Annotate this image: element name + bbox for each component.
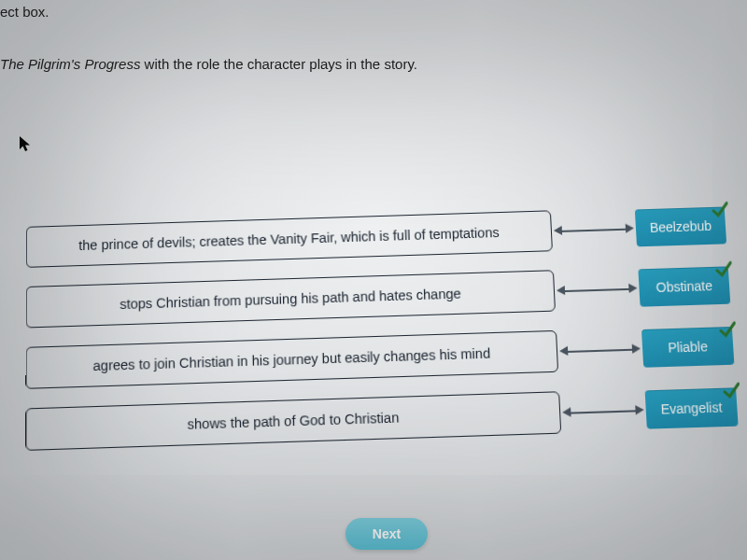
description-box[interactable]: the prince of devils; creates the Vanity…: [26, 210, 553, 268]
checkmark-icon: [718, 321, 736, 339]
character-name: Evangelist: [660, 399, 723, 417]
match-row: stops Christian from pursuing his path a…: [26, 263, 742, 329]
double-arrow-icon: [557, 347, 642, 352]
description-text: shows the path of God to Christian: [188, 410, 400, 432]
next-label: Next: [373, 526, 401, 541]
double-arrow-icon: [555, 287, 640, 292]
match-row: agrees to join Christian in his journey …: [25, 324, 745, 390]
description-text: agrees to join Christian in his journey …: [93, 345, 491, 373]
header-fragment: ect box.: [0, 4, 49, 20]
match-row: shows the path of God to Christian Evang…: [25, 385, 747, 452]
description-text: stops Christian from pursuing his path a…: [120, 286, 461, 312]
character-tile[interactable]: Beelzebub: [635, 206, 726, 246]
character-tile[interactable]: Pliable: [641, 327, 734, 368]
character-tile[interactable]: Evangelist: [645, 387, 739, 428]
book-title: The Pilgrim's Progress: [0, 56, 140, 72]
description-box[interactable]: stops Christian from pursuing his path a…: [26, 270, 556, 328]
checkmark-icon: [714, 260, 732, 278]
character-name: Obstinate: [655, 278, 712, 295]
double-arrow-icon: [560, 409, 646, 413]
checkmark-icon: [722, 382, 740, 399]
quiz-page: ect box. The Pilgrim's Progress with the…: [0, 0, 747, 560]
next-button[interactable]: Next: [345, 518, 428, 550]
instruction-text: The Pilgrim's Progress with the role the…: [0, 56, 417, 72]
character-name: Pliable: [668, 339, 708, 356]
description-box[interactable]: shows the path of God to Christian: [25, 391, 561, 451]
matching-area: the prince of devils; creates the Vanity…: [25, 203, 747, 469]
double-arrow-icon: [552, 227, 636, 231]
mouse-cursor-icon: [19, 135, 34, 154]
checkmark-icon: [711, 201, 728, 217]
instruction-suffix: with the role the character plays in the…: [140, 56, 417, 72]
character-name: Beelzebub: [649, 218, 712, 235]
character-tile[interactable]: Obstinate: [638, 266, 730, 306]
description-box[interactable]: agrees to join Christian in his journey …: [25, 330, 558, 389]
match-row: the prince of devils; creates the Vanity…: [26, 203, 739, 269]
description-text: the prince of devils; creates the Vanity…: [78, 225, 500, 253]
